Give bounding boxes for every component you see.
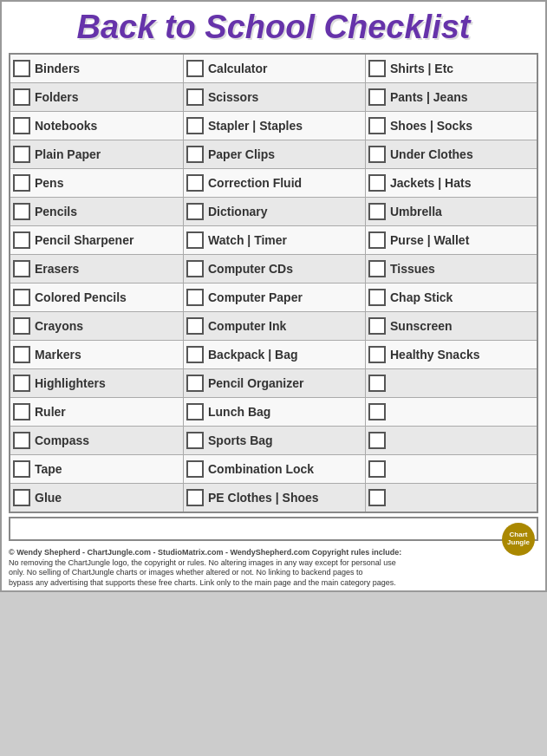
checkbox[interactable] [368,346,386,363]
item-label: Healthy Snacks [390,348,480,362]
item-label: Pencil Sharpener [35,233,133,247]
checkbox[interactable] [368,203,386,220]
checkbox[interactable] [368,289,386,306]
col1-cell: Folders [10,83,184,111]
copyright-line3: only. No selling of ChartJungle charts o… [9,568,538,578]
table-row: CompassSports Bag [10,427,537,455]
checkbox[interactable] [13,346,30,363]
checkbox[interactable] [368,231,386,249]
table-row: Pencil SharpenerWatch | TimerPurse | Wal… [10,226,537,255]
checkbox[interactable] [186,432,204,449]
table-row: MarkersBackpack | BagHealthy Snacks [10,341,537,369]
checkbox[interactable] [186,117,204,134]
item-label: Pens [35,176,63,190]
checkbox[interactable] [368,146,386,163]
item-label: Folders [35,90,79,104]
checkbox[interactable] [368,375,386,392]
checkbox[interactable] [13,174,30,192]
checkbox[interactable] [368,317,386,335]
col1-cell: Crayons [10,312,184,340]
checkbox[interactable] [186,88,204,106]
checkbox[interactable] [368,460,386,478]
col1-cell: Tape [10,455,184,483]
checkbox[interactable] [13,289,30,306]
col3-cell: Jackets | Hats [366,169,537,197]
checkbox[interactable] [13,146,30,163]
table-row: TapeCombination Lock [10,455,537,484]
checkbox[interactable] [13,375,30,392]
checkbox[interactable] [186,60,204,77]
col1-cell: Glue [10,484,184,512]
col1-cell: Markers [10,341,184,368]
col3-cell: Tissues [366,255,537,283]
table-row: Colored PencilsComputer PaperChap Stick [10,284,537,312]
table-row: BindersCalculatorShirts | Etc [10,55,537,83]
item-label: Computer Ink [208,319,286,333]
checkbox[interactable] [186,489,204,506]
checkbox[interactable] [186,203,204,220]
col2-cell: Paper Clips [184,140,366,168]
checkbox[interactable] [13,260,30,277]
checkbox[interactable] [368,174,386,192]
col1-cell: Ruler [10,398,184,426]
col2-cell: Backpack | Bag [184,341,366,368]
checkbox[interactable] [186,289,204,306]
checkbox[interactable] [13,489,30,506]
col2-cell: PE Clothes | Shoes [184,484,366,512]
checkbox[interactable] [186,317,204,335]
col1-cell: Compass [10,427,184,454]
copyright-line4: bypass any advertising that supports the… [9,578,538,589]
checkbox[interactable] [368,60,386,77]
checkbox[interactable] [368,432,386,449]
checkbox[interactable] [186,460,204,478]
col3-cell: Chap Stick [366,284,537,311]
checkbox[interactable] [186,231,204,249]
checkbox[interactable] [368,403,386,420]
col3-cell [366,369,537,397]
item-label: Sunscreen [390,319,453,333]
checkbox[interactable] [368,260,386,277]
item-label: Chap Stick [390,290,453,304]
checkbox[interactable] [13,88,30,106]
col3-cell: Umbrella [366,198,537,225]
checkbox[interactable] [13,231,30,249]
checkbox[interactable] [13,60,30,77]
item-label: Erasers [35,262,79,276]
table-row: NotebooksStapler | StaplesShoes | Socks [10,112,537,140]
checkbox[interactable] [186,346,204,363]
checkbox[interactable] [13,403,30,420]
col1-cell: Pencil Sharpener [10,226,184,254]
checkbox[interactable] [368,88,386,106]
checkbox[interactable] [13,317,30,335]
checkbox[interactable] [13,460,30,478]
item-label: Stapler | Staples [208,119,303,133]
table-row: ErasersComputer CDsTissues [10,255,537,284]
item-label: Correction Fluid [208,176,302,190]
col1-cell: Pens [10,169,184,197]
item-label: Compass [35,433,89,447]
checkbox[interactable] [13,117,30,134]
checkbox[interactable] [368,489,386,506]
page-title: Back to School Checklist [10,9,537,46]
item-label: Pencil Organizer [208,376,303,390]
checkbox[interactable] [186,174,204,192]
item-label: Colored Pencils [35,290,127,304]
checkbox[interactable] [186,260,204,277]
header: Back to School Checklist [2,2,545,49]
item-label: Combination Lock [208,462,314,476]
checkbox[interactable] [186,403,204,420]
col1-cell: Highlighters [10,369,184,397]
col1-cell: Colored Pencils [10,284,184,311]
table-row: RulerLunch Bag [10,398,537,427]
checkbox[interactable] [186,146,204,163]
col1-cell: Binders [10,55,184,82]
col3-cell [366,427,537,454]
col2-cell: Pencil Organizer [184,369,366,397]
checkbox[interactable] [368,117,386,134]
col2-cell: Computer Paper [184,284,366,311]
checkbox[interactable] [186,375,204,392]
col3-cell: Purse | Wallet [366,226,537,254]
checkbox[interactable] [13,203,30,220]
item-label: Computer Paper [208,290,303,304]
checkbox[interactable] [13,432,30,449]
